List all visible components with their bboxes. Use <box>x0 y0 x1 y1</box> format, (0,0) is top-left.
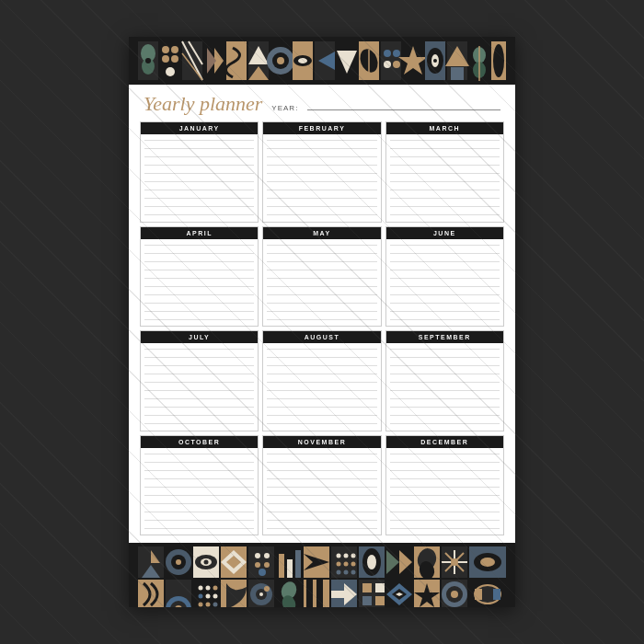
year-line <box>307 109 500 110</box>
svg-point-93 <box>367 555 376 569</box>
line-row <box>267 349 376 350</box>
footer-mosaic-svg <box>138 546 506 607</box>
svg-point-7 <box>162 55 169 63</box>
line-row <box>144 214 254 215</box>
svg-point-115 <box>199 594 203 599</box>
line-row <box>144 181 254 182</box>
line-row <box>144 520 254 521</box>
line-row <box>390 528 500 529</box>
line-row <box>390 148 500 149</box>
line-row <box>144 245 254 246</box>
line-row <box>390 357 500 358</box>
line-row <box>390 319 500 320</box>
line-row <box>267 415 376 416</box>
line-row <box>390 214 500 215</box>
line-row <box>144 278 254 279</box>
line-row <box>267 261 376 262</box>
line-row <box>390 140 500 141</box>
line-row <box>267 198 376 199</box>
header-mosaic-banner <box>129 37 515 85</box>
line-row <box>144 382 254 383</box>
line-row <box>390 349 500 350</box>
line-row <box>390 173 500 174</box>
line-row <box>267 140 376 141</box>
line-row <box>267 278 376 279</box>
month-header: FEBRUARY <box>263 122 380 134</box>
svg-point-120 <box>213 603 218 607</box>
svg-point-88 <box>337 570 341 575</box>
line-row <box>267 165 376 166</box>
month-block-october: OCTOBER <box>140 435 259 536</box>
line-row <box>267 374 376 374</box>
line-row <box>390 261 500 262</box>
line-row <box>144 478 254 479</box>
line-row <box>390 294 500 295</box>
line-row <box>267 190 376 190</box>
line-row <box>267 470 376 471</box>
line-row <box>390 278 500 279</box>
line-row <box>144 454 254 454</box>
line-row <box>144 206 254 207</box>
month-header: JANUARY <box>141 122 258 134</box>
line-row <box>144 319 254 320</box>
footer-mosaic-banner <box>129 543 515 607</box>
month-header: MARCH <box>386 122 503 134</box>
line-row <box>267 253 376 254</box>
line-row <box>144 140 254 141</box>
title-area: Yearly planner YEAR: <box>129 85 515 120</box>
line-row <box>267 173 376 174</box>
line-row <box>267 294 376 295</box>
line-row <box>267 495 376 496</box>
svg-point-38 <box>384 61 391 68</box>
line-row <box>390 245 500 246</box>
month-block-june: JUNE <box>385 226 504 328</box>
line-row <box>390 520 500 521</box>
line-row <box>267 270 376 270</box>
month-lines <box>263 343 380 431</box>
line-row <box>390 198 500 199</box>
svg-point-24 <box>277 57 284 64</box>
month-lines <box>386 343 503 431</box>
svg-point-84 <box>351 554 356 558</box>
line-row <box>144 512 254 512</box>
month-lines <box>263 239 380 327</box>
line-row <box>390 253 500 254</box>
year-label: YEAR: <box>271 104 298 112</box>
month-header: OCTOBER <box>141 436 258 448</box>
month-lines <box>386 134 503 222</box>
line-row <box>390 470 500 471</box>
line-row <box>144 253 254 254</box>
line-row <box>267 528 376 529</box>
line-row <box>390 462 500 463</box>
svg-rect-138 <box>362 596 372 605</box>
line-row <box>267 365 376 366</box>
svg-point-37 <box>393 50 400 57</box>
line-row <box>144 415 254 416</box>
month-block-september: SEPTEMBER <box>385 330 504 431</box>
month-block-february: FEBRUARY <box>262 121 381 223</box>
line-row <box>267 520 376 521</box>
line-row <box>144 462 254 463</box>
line-row <box>390 487 500 488</box>
line-row <box>267 454 376 454</box>
month-block-november: NOVEMBER <box>262 435 381 536</box>
svg-point-119 <box>206 603 211 607</box>
line-row <box>267 148 376 149</box>
svg-point-87 <box>351 562 356 567</box>
svg-point-90 <box>351 570 356 575</box>
line-row <box>390 415 500 416</box>
line-row <box>267 319 376 320</box>
line-row <box>267 503 376 504</box>
line-row <box>144 349 254 350</box>
svg-point-85 <box>337 562 341 567</box>
line-row <box>144 261 254 262</box>
line-row <box>267 462 376 463</box>
line-row <box>144 190 254 190</box>
line-row <box>144 487 254 488</box>
svg-point-73 <box>264 562 270 568</box>
header-mosaic-svg <box>138 37 506 85</box>
svg-point-125 <box>259 592 263 596</box>
line-row <box>267 245 376 246</box>
line-row <box>390 303 500 304</box>
svg-rect-137 <box>375 583 385 592</box>
